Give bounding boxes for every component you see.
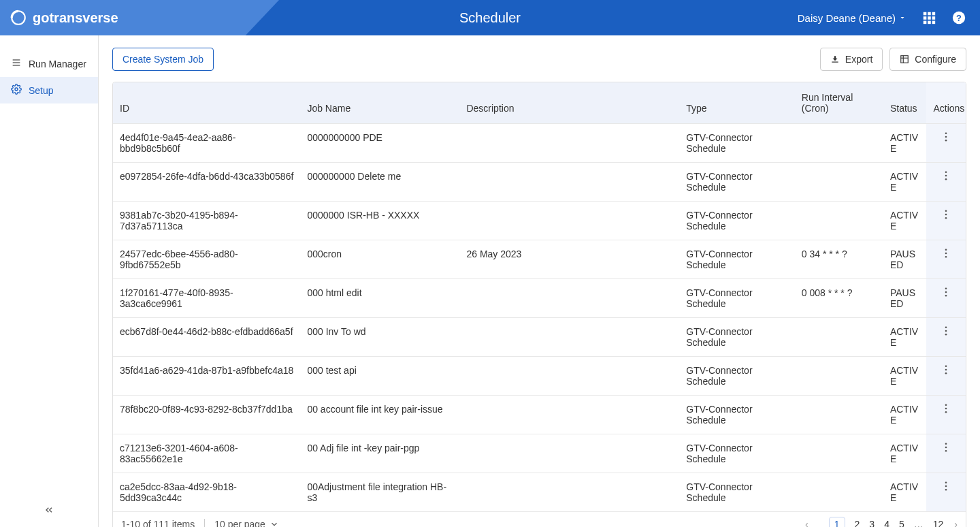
cell-cron [795,124,883,163]
cell-type: GTV-Connector Schedule [679,434,794,473]
row-actions-menu[interactable] [945,210,947,221]
brand-logo[interactable]: gotransverse [10,9,118,27]
svg-point-25 [945,210,947,212]
page-3[interactable]: 3 [869,519,875,527]
toolbar: Create System Job Export Configure [112,48,966,71]
svg-point-26 [945,214,947,216]
svg-rect-1 [924,12,927,16]
kebab-icon [945,171,947,180]
cell-id: 35fd41a6-a629-41da-87b1-a9fbbefc4a18 [113,357,300,396]
cell-status: PAUSED [883,240,927,279]
configure-button[interactable]: Configure [889,48,966,71]
row-actions-menu[interactable] [945,249,947,260]
row-actions-menu[interactable] [945,133,947,144]
svg-rect-6 [932,16,936,20]
row-actions-menu[interactable] [945,172,947,182]
svg-point-38 [945,369,947,371]
page-4[interactable]: 4 [884,519,889,527]
cell-cron [795,396,883,434]
svg-point-29 [945,253,947,255]
cell-type: GTV-Connector Schedule [679,124,794,163]
cell-job_name: 000000000 Delete me [300,163,459,202]
page-next[interactable]: › [954,519,958,527]
svg-text:?: ? [956,13,962,23]
table-row: 1f270161-477e-40f0-8935-3a3ca6ce9961000 … [113,279,966,318]
svg-point-48 [945,489,947,491]
kebab-icon [945,132,947,142]
cell-id: 1f270161-477e-40f0-8935-3a3ca6ce9961 [113,279,300,318]
svg-point-43 [945,443,947,445]
table-row: e0972854-26fe-4dfa-b6dd-43ca33b0586f0000… [113,163,966,202]
cell-job_name: 0000000000 PDE [300,124,459,163]
cell-id: 24577edc-6bee-4556-ad80-9fbd67552e5b [113,240,300,279]
cell-status: ACTIVE [883,318,927,357]
list-icon [11,57,22,70]
row-actions-menu[interactable] [945,366,947,377]
page-5[interactable]: 5 [899,519,904,527]
user-menu[interactable]: Daisy Deane (Deane) [798,12,906,24]
cell-cron [795,473,883,512]
svg-point-22 [945,171,947,173]
row-actions-menu[interactable] [945,404,947,415]
svg-point-30 [945,256,947,258]
page-2[interactable]: 2 [855,519,860,527]
cell-type: GTV-Connector Schedule [679,396,794,434]
row-actions-menu[interactable] [945,443,947,454]
cell-job_name: 00Adjustment file integration HB-s3 [300,473,459,512]
svg-point-36 [945,334,947,336]
svg-point-31 [945,287,947,289]
cell-description [459,434,679,473]
cell-type: GTV-Connector Schedule [679,279,794,318]
col-header-status[interactable]: Status [883,82,927,124]
table-row: 78f8bc20-0f89-4c93-8292-8cb37f7dd1ba00 a… [113,396,966,434]
apps-icon[interactable] [921,10,936,25]
col-header-job-name[interactable]: Job Name [300,82,459,124]
cell-description [459,279,679,318]
col-header-id[interactable]: ID [113,82,300,124]
cell-type: GTV-Connector Schedule [679,357,794,396]
per-page-selector[interactable]: 10 per page [214,519,279,527]
svg-point-21 [945,140,947,142]
col-header-type[interactable]: Type [679,82,794,124]
items-summary: 1-10 of 111 items [121,519,195,527]
cell-cron [795,202,883,240]
svg-point-45 [945,450,947,452]
cell-status: ACTIVE [883,124,927,163]
sidebar-item-label: Run Manager [29,59,86,69]
export-button[interactable]: Export [820,48,883,71]
svg-rect-4 [924,16,927,20]
gear-icon [11,84,22,97]
cell-actions [926,124,966,163]
svg-point-20 [945,136,947,138]
cell-status: ACTIVE [883,473,927,512]
svg-point-27 [945,217,947,219]
page-title: Scheduler [459,10,521,26]
sidebar-collapse-button[interactable] [44,505,54,517]
col-header-description[interactable]: Description [459,82,679,124]
svg-rect-9 [932,21,936,25]
create-system-job-button[interactable]: Create System Job [112,48,214,71]
sidebar-item-setup[interactable]: Setup [0,77,98,103]
page-prev[interactable]: ‹ [805,519,808,527]
page-12[interactable]: 12 [933,519,944,527]
row-actions-menu[interactable] [945,288,947,299]
cell-description [459,202,679,240]
sidebar-item-run-manager[interactable]: Run Manager [0,50,98,77]
cell-type: GTV-Connector Schedule [679,202,794,240]
row-actions-menu[interactable] [945,482,947,493]
help-icon[interactable]: ? [951,10,966,25]
svg-point-40 [945,404,947,406]
table-icon [900,54,909,64]
svg-rect-3 [932,12,936,16]
cell-description [459,318,679,357]
caret-down-icon [898,14,906,22]
cell-type: GTV-Connector Schedule [679,240,794,279]
col-header-cron[interactable]: Run Interval (Cron) [795,82,883,124]
cell-actions [926,473,966,512]
pagination: ‹ 12345…12 › [805,519,958,527]
row-actions-menu[interactable] [945,327,947,338]
cell-id: 78f8bc20-0f89-4c93-8292-8cb37f7dd1ba [113,396,300,434]
cell-status: ACTIVE [883,357,927,396]
page-1[interactable]: 1 [829,517,845,527]
cell-description: 26 May 2023 [459,240,679,279]
